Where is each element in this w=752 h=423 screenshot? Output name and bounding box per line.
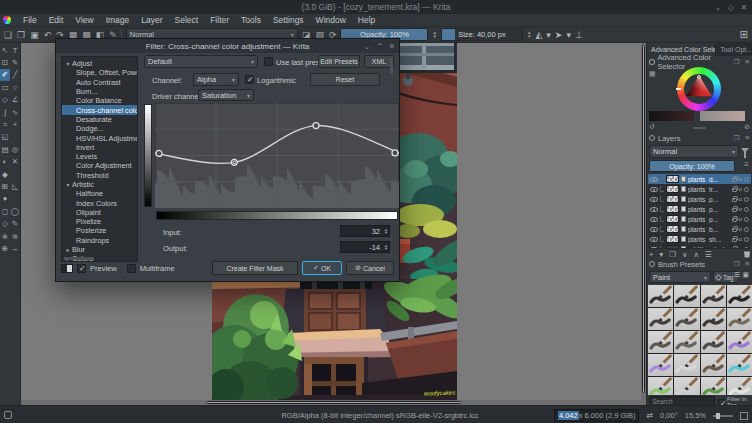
- tool-polygon[interactable]: ◇: [0, 94, 10, 106]
- brush-preset-9[interactable]: [648, 331, 673, 353]
- mirror-vertical-dropdown-icon[interactable]: ▾: [566, 28, 571, 42]
- brush-preset-16[interactable]: [727, 354, 752, 376]
- dialog-titlebar[interactable]: Filter: Cross-channel color adjustment —…: [56, 39, 399, 53]
- preview-split-icon[interactable]: [61, 264, 73, 273]
- brush-preset-18[interactable]: [674, 377, 699, 395]
- brush-preset-6[interactable]: [674, 308, 699, 330]
- tree-hscrollbar[interactable]: [64, 257, 94, 260]
- dialog-shade-icon[interactable]: ⌄: [364, 42, 370, 51]
- layer-visibility-icon[interactable]: [650, 187, 658, 192]
- brush-preset-17[interactable]: [648, 377, 673, 395]
- undo-icon[interactable]: ↶: [44, 28, 52, 42]
- tool-contiguous-select[interactable]: ※: [0, 230, 10, 242]
- layer-row[interactable]: plants_sh...α: [648, 234, 751, 244]
- mirror-view-icon[interactable]: ⇄: [646, 411, 653, 420]
- layer-row[interactable]: plants_d...α: [648, 174, 751, 184]
- tool-assistants[interactable]: ⊞: [0, 180, 10, 192]
- layer-row[interactable]: plants_p...α: [648, 204, 751, 214]
- tool-select-shapes[interactable]: ↖: [0, 44, 10, 56]
- layer-thumbnail[interactable]: [666, 215, 679, 223]
- dialog-close-icon[interactable]: ✕: [389, 42, 395, 51]
- alpha-lock-icon[interactable]: α: [739, 236, 742, 242]
- menu-filter[interactable]: Filter: [204, 15, 235, 25]
- tool-pattern-fill[interactable]: ◐: [0, 156, 10, 168]
- tool-text[interactable]: T: [10, 44, 20, 56]
- alpha-lock-icon[interactable]: α: [739, 226, 742, 232]
- filter-item-raindrops[interactable]: Raindrops: [62, 236, 137, 245]
- save-icon[interactable]: ▣: [30, 28, 39, 42]
- filter-item-halftone[interactable]: Halftone: [62, 189, 137, 198]
- tool-zoom[interactable]: ⊕: [0, 242, 10, 254]
- layer-lock-icon[interactable]: [732, 228, 737, 232]
- close-docker-icon[interactable]: ✕: [745, 58, 750, 66]
- alpha-lock-icon[interactable]: α: [739, 196, 742, 202]
- brush-preset-3[interactable]: [701, 285, 726, 307]
- menu-help[interactable]: Help: [352, 15, 381, 25]
- hsv-triangle[interactable]: [685, 75, 713, 103]
- layer-row[interactable]: plants_p...α: [648, 194, 751, 204]
- wrap-around-icon[interactable]: ⊥: [575, 28, 583, 42]
- color-history-strip[interactable]: [649, 111, 694, 121]
- layer-style-icon[interactable]: [744, 197, 749, 202]
- layer-visibility-icon[interactable]: [650, 207, 658, 212]
- filter-item-desaturate[interactable]: Desaturate: [62, 115, 137, 124]
- filter-item-dodge-[interactable]: Dodge...: [62, 124, 137, 133]
- menu-select[interactable]: Select: [169, 15, 205, 25]
- ok-button[interactable]: ✓OK: [302, 261, 342, 275]
- multiframe-checkbox[interactable]: [127, 264, 136, 273]
- filter-item-levels[interactable]: Levels: [62, 152, 137, 161]
- brush-preset-11[interactable]: [701, 331, 726, 353]
- layer-visibility-icon[interactable]: [650, 177, 658, 182]
- window-close-icon[interactable]: ✕: [741, 3, 747, 12]
- tool-crop[interactable]: ◱: [0, 131, 10, 143]
- tool-edit-shapes[interactable]: ✎: [10, 56, 20, 68]
- docker-resize-handle[interactable]: [693, 127, 706, 129]
- tool-polyline[interactable]: ∠: [10, 94, 20, 106]
- selection-mode-icon[interactable]: [4, 411, 12, 419]
- tool-transform[interactable]: ⊡: [0, 56, 10, 68]
- tool-reference-images[interactable]: ●: [0, 193, 10, 205]
- layer-style-icon[interactable]: [744, 187, 749, 192]
- float-docker-icon[interactable]: ❐: [734, 134, 740, 142]
- brush-preset-19[interactable]: [701, 377, 726, 395]
- layer-visibility-icon[interactable]: [650, 217, 658, 222]
- layer-visibility-icon[interactable]: [650, 197, 658, 202]
- grid-view-icon[interactable]: ▣: [742, 271, 749, 279]
- edit-presets-button[interactable]: Edit Presets: [318, 55, 360, 68]
- zoom-slider[interactable]: [713, 415, 733, 417]
- tool-line[interactable]: ╱: [10, 69, 20, 81]
- layer-opacity-slider[interactable]: Opacity: 100%: [649, 160, 735, 172]
- menu-settings[interactable]: Settings: [267, 15, 310, 25]
- layer-thumbnail[interactable]: [666, 235, 679, 243]
- layer-visibility-icon[interactable]: [650, 227, 658, 232]
- brush-preset-20[interactable]: [727, 377, 752, 395]
- tool-bezier-curve[interactable]: ∫: [0, 106, 10, 118]
- tree-vscrollbar[interactable]: [390, 58, 393, 74]
- mirror-horizontal-icon[interactable]: ◭: [535, 28, 542, 42]
- layer-style-icon[interactable]: [744, 217, 749, 222]
- reset-button[interactable]: Reset: [310, 73, 380, 86]
- create-filter-mask-button[interactable]: Create Filter Mask: [212, 261, 298, 275]
- driver-channel-combo[interactable]: Saturation▾: [198, 89, 254, 101]
- filter-item-invert[interactable]: Invert: [62, 143, 137, 152]
- tool-rectangular-select[interactable]: ◻: [0, 205, 10, 217]
- tool-smart-patch[interactable]: ✕: [10, 156, 20, 168]
- brush-preset-10[interactable]: [674, 331, 699, 353]
- tool-elliptical-select[interactable]: ◯: [10, 205, 20, 217]
- tool-freehand-brush[interactable]: ✐: [0, 69, 10, 81]
- brush-preset-7[interactable]: [701, 308, 726, 330]
- layer-lock-icon[interactable]: [732, 218, 737, 222]
- window-maximize-icon[interactable]: ◇: [728, 3, 734, 12]
- layer-row[interactable]: plants_p...α: [648, 214, 751, 224]
- new-document-icon[interactable]: ❏: [4, 28, 12, 42]
- output-spinbox[interactable]: -14▲▼: [340, 241, 390, 253]
- tool-pan[interactable]: ↔: [10, 242, 20, 254]
- filter-item-posterize[interactable]: Posterize: [62, 226, 137, 235]
- close-docker-icon[interactable]: ✕: [745, 134, 750, 142]
- tool-dynamic-brush[interactable]: ≈: [0, 118, 10, 130]
- alpha-lock-icon[interactable]: α: [739, 206, 742, 212]
- input-spinbox[interactable]: 32▲▼: [340, 225, 390, 237]
- cancel-button[interactable]: ⊘Cancel: [346, 261, 394, 275]
- open-document-icon[interactable]: ❐: [17, 28, 25, 42]
- preview-checkbox[interactable]: [77, 264, 86, 273]
